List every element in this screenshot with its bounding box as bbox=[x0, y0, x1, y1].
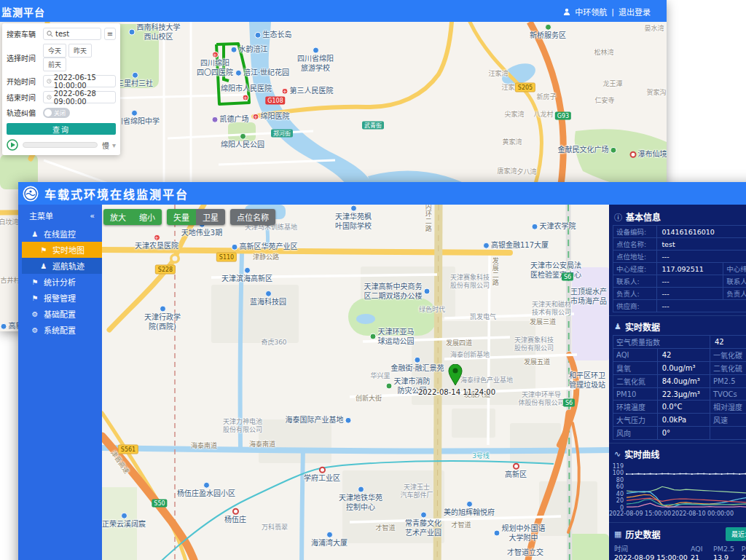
menu-icon: ⚑ bbox=[31, 278, 39, 286]
fg-map-canvas bbox=[102, 205, 609, 560]
realtime-data-table: 空气质量指数42AQI42一氧化碳臭氧0.0ug/m³二氧化硫二氧化氮84.0u… bbox=[613, 335, 746, 440]
map-button-放大[interactable]: 放大 bbox=[103, 209, 133, 225]
screen: { "colors": { "header_blue": "#2b7cf7", … bbox=[0, 0, 746, 560]
time-quick-button[interactable]: 今天 bbox=[43, 44, 66, 58]
chart-y-tick: 119 bbox=[609, 463, 624, 470]
menu-label: 基础配置 bbox=[44, 308, 76, 320]
sidebar-item-在线监控[interactable]: ♟在线监控 bbox=[22, 226, 102, 242]
menu-icon: ⚙ bbox=[31, 326, 39, 334]
realtime-section-title: 实时数据 bbox=[625, 320, 660, 333]
map-button-卫星[interactable]: 卫星 bbox=[196, 209, 225, 225]
time-quick-button[interactable]: 昨天 bbox=[68, 44, 92, 58]
last-hour-button[interactable]: 最近1小时 bbox=[726, 527, 746, 541]
realtime-curve-chart: 1191008060402002022-08-09 15:00:002022-0… bbox=[609, 464, 746, 519]
sidebar-item-统计分析[interactable]: ⚑统计分析 bbox=[22, 274, 102, 290]
curve-icon: ∿ bbox=[614, 449, 621, 459]
speed-select[interactable]: 慢 ▾ bbox=[102, 140, 116, 151]
sidebar-collapse-icon[interactable]: « bbox=[90, 211, 95, 221]
foreground-window: 车载式环境在线监测平台 主菜单 « ♟在线监控⚑实时地图♟巡航轨迹⚑统计分析⚑报… bbox=[18, 182, 746, 560]
menu-label: 系统配置 bbox=[44, 324, 76, 336]
play-button[interactable] bbox=[7, 139, 18, 151]
speed-value: 慢 bbox=[102, 140, 109, 151]
info-section-title: 基本信息 bbox=[626, 210, 661, 223]
vehicle-search-input[interactable]: test bbox=[43, 28, 101, 40]
info-row: 点位名称:test bbox=[613, 238, 746, 251]
menu-icon: ⚑ bbox=[31, 294, 39, 302]
history-col-PM10: PM10 bbox=[740, 543, 746, 553]
query-button[interactable]: 查询 bbox=[7, 123, 116, 135]
time-quick-buttons: 今天昨天前天 bbox=[43, 44, 116, 71]
time-quick-button[interactable]: 前天 bbox=[43, 58, 66, 71]
chart-y-tick: 100 bbox=[609, 470, 624, 476]
clock-icon bbox=[47, 78, 52, 84]
realtime-row: PM1022.3μg/m³TVOCs bbox=[613, 388, 746, 401]
menu-icon: ♟ bbox=[31, 230, 39, 238]
realtime-row: 空气质量指数42 bbox=[613, 336, 746, 349]
foreground-map[interactable]: +天津农垦医院天地伟业3期天津马术训练基地天津华苑枫 叶国际学校内环二路天津农学… bbox=[102, 205, 609, 560]
realtime-row: AQI42一氧化碳 bbox=[613, 349, 746, 362]
sidebar-title: 主菜单 bbox=[29, 210, 53, 221]
track-correction-label: 轨迹纠偏 bbox=[7, 107, 40, 118]
chevron-down-icon: ▾ bbox=[112, 141, 116, 149]
end-time-input[interactable]: 2022-06-28 09:00:00 bbox=[43, 91, 116, 103]
vehicle-search-value: test bbox=[55, 30, 69, 38]
history-section-title: 历史数据 bbox=[625, 528, 660, 540]
map-button-矢量[interactable]: 矢量 bbox=[167, 209, 196, 225]
menu-label: 在线监控 bbox=[44, 228, 76, 240]
toggle-knob bbox=[44, 109, 52, 117]
header-divider: | bbox=[611, 7, 614, 17]
toggle-state-label: 关闭 bbox=[54, 109, 66, 117]
start-time-label: 开始时间 bbox=[7, 76, 40, 87]
search-icon bbox=[47, 31, 53, 37]
info-row: 供应商:--- bbox=[613, 300, 746, 312]
menu-label: 统计分析 bbox=[44, 276, 76, 288]
realtime-row: 环境温度0.0°C相对湿度 bbox=[613, 401, 746, 414]
bg-window-title: 监测平台 bbox=[1, 4, 45, 19]
info-row: 设备编码:014161616010 bbox=[613, 226, 746, 238]
history-row: 2022-08-09 15:00:002113.920.4 bbox=[613, 553, 746, 560]
chart-series-light-green bbox=[627, 486, 746, 494]
logout-link[interactable]: 退出登录 bbox=[619, 6, 651, 17]
menu-icon: ⚙ bbox=[31, 310, 39, 318]
time-select-label: 选择时间 bbox=[7, 52, 40, 63]
app-logo bbox=[23, 186, 39, 202]
map-button-点位名称[interactable]: 点位名称 bbox=[230, 209, 275, 225]
user-icon bbox=[563, 8, 570, 15]
history-col-AQI: AQI bbox=[689, 543, 712, 553]
bg-window-header: 监测平台 中环领航 | 退出登录 bbox=[0, 0, 667, 22]
playback-slider[interactable] bbox=[23, 142, 98, 148]
menu-label: 巡航轨迹 bbox=[52, 260, 85, 272]
sidebar-item-报警管理[interactable]: ⚑报警管理 bbox=[22, 290, 102, 306]
info-row: 点位地址:--- bbox=[613, 251, 746, 263]
sidebar-item-实时地图[interactable]: ⚑实时地图 bbox=[22, 242, 102, 258]
curve-section-title: 实时曲线 bbox=[624, 448, 659, 460]
menu-icon: ⚑ bbox=[39, 246, 48, 254]
realtime-row: 臭氧0.0ug/m³二氧化硫 bbox=[613, 362, 746, 375]
map-button-缩小[interactable]: 缩小 bbox=[133, 209, 162, 225]
vehicle-list-button[interactable]: ≡ bbox=[104, 28, 116, 40]
end-time-label: 结束时间 bbox=[7, 92, 40, 103]
history-icon: ▦ bbox=[614, 529, 621, 539]
history-col-PM2.5: PM2.5 bbox=[712, 543, 740, 553]
info-icon: ⓘ bbox=[614, 211, 622, 223]
history-data-table: 时间AQIPM2.5PM102022-08-09 15:00:002113.92… bbox=[613, 543, 746, 560]
track-correction-toggle[interactable]: 关闭 bbox=[43, 108, 70, 118]
menu-icon: ♟ bbox=[39, 262, 48, 270]
history-header-row: 时间AQIPM2.5PM10 bbox=[613, 543, 746, 553]
history-col-时间: 时间 bbox=[613, 543, 689, 553]
sidebar-item-巡航轨迹[interactable]: ♟巡航轨迹 bbox=[22, 258, 102, 274]
menu-label: 实时地图 bbox=[52, 244, 85, 256]
search-panel: 搜索车辆 test ≡ 选择时间 今天昨天前天 开始时间 2022-06-15 … bbox=[2, 23, 120, 155]
sidebar-item-基础配置[interactable]: ⚙基础配置 bbox=[22, 306, 102, 322]
start-time-input[interactable]: 2022-06-15 10:00:00 bbox=[43, 75, 116, 87]
sidebar-item-系统配置[interactable]: ⚙系统配置 bbox=[22, 322, 102, 338]
data-panel: ⓘ基本信息 设备编码:014161616010点位名称:test点位地址:---… bbox=[609, 205, 746, 560]
info-row: 中心经度:117.092511中心纬度: bbox=[613, 263, 746, 275]
end-time-value: 2022-06-28 09:00:00 bbox=[54, 90, 112, 106]
realtime-icon: ♟ bbox=[614, 322, 621, 331]
vehicle-search-label: 搜索车辆 bbox=[7, 28, 40, 39]
chart-y-tick: 40 bbox=[609, 491, 624, 497]
info-row: 负责人:---负责人电话: bbox=[613, 288, 746, 300]
user-name[interactable]: 中环领航 bbox=[575, 6, 607, 17]
sidebar: 主菜单 « ♟在线监控⚑实时地图♟巡航轨迹⚑统计分析⚑报警管理⚙基础配置⚙系统配… bbox=[22, 205, 102, 560]
